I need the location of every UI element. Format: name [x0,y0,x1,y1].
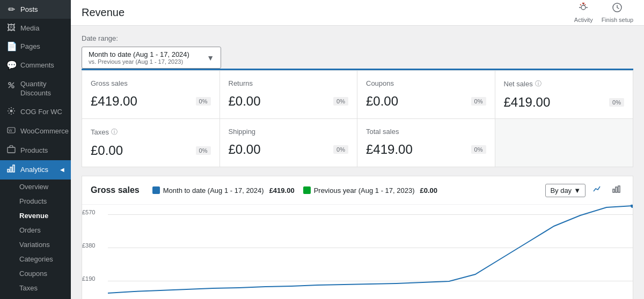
stat-total-sales: Total sales £419.00 0% [357,119,495,167]
svg-point-0 [9,83,11,85]
stats-row-2: Taxes ⓘ £0.00 0% Shipping £0.00 0% [82,118,633,167]
submenu-taxes[interactable]: Taxes [0,281,71,295]
svg-rect-13 [616,187,617,192]
svg-point-15 [631,205,633,208]
stat-coupons: Coupons £0.00 0% [357,71,495,118]
gross-sales-badge: 0% [196,97,211,106]
legend-value-current: £419.00 [269,186,295,195]
cog-icon [6,107,16,117]
date-range-label: Date range: [82,34,633,42]
stats-row-1: Gross sales £419.00 0% Returns £0.00 0% [82,70,633,118]
y-label-570: £570 [82,209,95,215]
sidebar-item-label: Media [20,24,39,32]
comments-icon: 💬 [6,60,16,70]
chart-legend-current[interactable]: Month to date (Aug 1 - 17, 2024) £419.00 [152,186,295,195]
coupons-label: Coupons [366,79,394,87]
submenu-overview[interactable]: Overview [0,180,71,194]
svg-rect-12 [613,189,614,192]
taxes-label: Taxes [91,128,109,136]
woocommerce-icon: W [6,126,16,137]
svg-text:W: W [9,129,12,132]
sidebar-item-products[interactable]: Products [0,141,71,160]
returns-value: £0.00 [229,94,261,109]
chart-title: Gross sales [91,185,140,195]
page-header: Revenue Activity Finish setup [71,0,644,26]
svg-point-3 [10,109,13,112]
total-sales-value: £419.00 [366,142,413,157]
y-label-190: £190 [82,275,95,282]
chart-legend-previous[interactable]: Previous year (Aug 1 - 17, 2023) £0.00 [303,186,437,195]
sidebar-item-label: Comments [20,61,54,69]
analytics-submenu: Overview Products Revenue Orders Variati… [0,180,71,299]
sidebar-item-label: Analytics [20,166,48,174]
stats-wrapper: Gross sales £419.00 0% Returns £0.00 0% [82,69,633,167]
submenu-coupons[interactable]: Coupons [0,266,71,281]
sidebar-item-pages[interactable]: 📄 Pages [0,37,71,56]
shipping-badge: 0% [333,145,348,154]
date-range-primary: Month to date (Aug 1 - 17, 2024) [89,50,189,58]
stat-empty [495,119,633,167]
net-sales-value: £419.00 [504,95,551,110]
submenu-orders[interactable]: Orders [0,223,71,237]
svg-line-2 [9,83,14,88]
sidebar-item-comments[interactable]: 💬 Comments [0,56,71,74]
stat-taxes: Taxes ⓘ £0.00 0% [82,119,220,167]
activity-label: Activity [574,17,593,23]
chart-area: £570 £380 £190 [82,205,633,299]
submenu-downloads[interactable]: Downloads [0,295,71,299]
chevron-down-icon: ▼ [207,54,214,62]
legend-value-previous: £0.00 [420,186,438,195]
chevron-down-icon: ▼ [574,186,581,195]
sidebar-item-woocommerce[interactable]: W WooCommerce [0,122,71,141]
line-chart-button[interactable] [590,183,605,198]
line-chart-svg [108,205,633,296]
y-label-380: £380 [82,242,95,249]
sidebar-item-label: WooCommerce [20,127,69,135]
activity-icon [578,2,589,16]
coupons-badge: 0% [471,97,486,106]
returns-label: Returns [229,79,253,87]
total-sales-label: Total sales [366,128,399,136]
stat-shipping: Shipping £0.00 0% [220,119,358,167]
pages-icon: 📄 [6,41,16,51]
sidebar-item-analytics[interactable]: Analytics ◀ [0,160,71,180]
bar-chart-button[interactable] [609,183,624,198]
sidebar-item-cog-for-wc[interactable]: COG For WC [0,102,71,122]
legend-checkbox-current [152,186,160,194]
main-content: Revenue Activity Finish setup Date range… [71,0,644,299]
stat-net-sales: Net sales ⓘ £419.00 0% [495,71,633,118]
svg-rect-9 [13,165,14,172]
sidebar-item-posts[interactable]: ✏ Posts [0,0,71,19]
chart-controls: By day ▼ [545,183,624,198]
submenu-revenue[interactable]: Revenue [0,208,71,223]
svg-point-10 [581,5,586,10]
stat-returns: Returns £0.00 0% [220,71,358,118]
header-actions: Activity Finish setup [574,2,633,23]
chart-header: Gross sales Month to date (Aug 1 - 17, 2… [82,176,633,205]
net-sales-badge: 0% [609,98,624,107]
sidebar-item-label: Quantity Discounts [20,80,64,98]
legend-label-current: Month to date (Aug 1 - 17, 2024) [163,186,264,195]
legend-label-previous: Previous year (Aug 1 - 17, 2023) [314,186,415,195]
submenu-variations[interactable]: Variations [0,237,71,252]
sidebar-item-label: Posts [20,5,38,13]
taxes-info-icon: ⓘ [111,128,118,137]
svg-rect-6 [8,147,15,153]
page-content: Date range: Month to date (Aug 1 - 17, 2… [71,26,644,299]
sidebar-item-media[interactable]: 🖼 Media [0,19,71,37]
returns-badge: 0% [333,97,348,106]
svg-rect-8 [10,167,12,172]
gross-sales-label: Gross sales [91,79,128,87]
taxes-badge: 0% [196,146,211,155]
activity-button[interactable]: Activity [574,2,593,23]
posts-icon: ✏ [6,4,16,14]
sidebar-item-quantity-discounts[interactable]: Quantity Discounts [0,74,71,102]
finish-setup-button[interactable]: Finish setup [602,2,633,23]
submenu-categories[interactable]: Categories [0,252,71,266]
by-day-select[interactable]: By day ▼ [545,184,586,197]
date-range-selector[interactable]: Month to date (Aug 1 - 17, 2024) vs. Pre… [82,47,221,69]
svg-rect-14 [618,186,620,192]
submenu-products[interactable]: Products [0,194,71,208]
date-range-secondary: vs. Previous year (Aug 1 - 17, 2023) [89,58,189,65]
total-sales-badge: 0% [471,145,486,154]
